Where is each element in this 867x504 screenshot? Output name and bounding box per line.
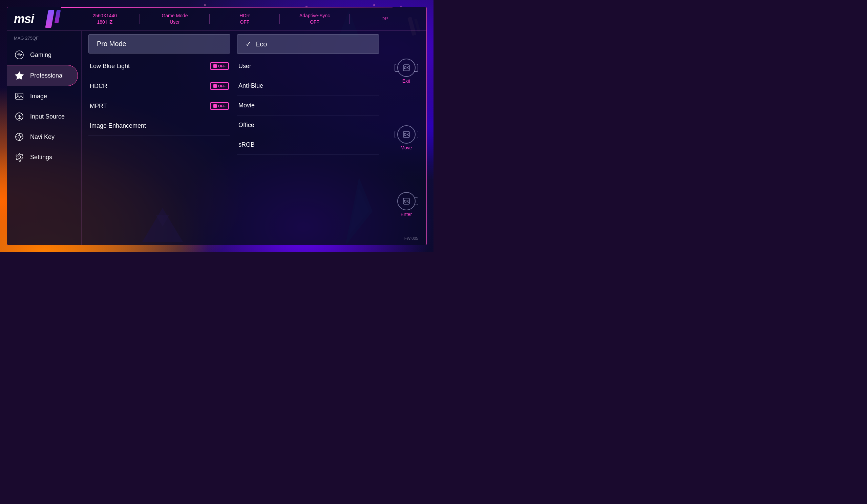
settings-icon <box>14 152 25 163</box>
low-blue-light-toggle[interactable]: OFF <box>210 62 229 70</box>
sidebar-item-gaming[interactable]: Gaming <box>7 45 81 65</box>
image-enhancement-label: Image Enhancement <box>90 122 229 129</box>
sidebar-item-settings[interactable]: Settings <box>7 147 81 167</box>
hdcr-label: HDCR <box>90 83 210 90</box>
left-column: Pro Mode Low Blue Light OFF HDCR OFF MPR… <box>88 34 230 242</box>
eco-checkmark: ✓ <box>246 40 251 48</box>
hdcr-toggle[interactable]: OFF <box>210 82 229 90</box>
sidebar: MAG 275QF Gaming <box>7 31 82 245</box>
pro-mode-button[interactable]: Pro Mode <box>88 34 230 54</box>
svg-point-17 <box>20 55 21 55</box>
navi-icon <box>14 131 25 142</box>
input-info: DP <box>350 15 420 22</box>
exit-control[interactable]: OK Exit <box>397 58 416 84</box>
svg-point-30 <box>18 156 21 159</box>
game-mode-info: Game Mode User <box>140 12 210 25</box>
msi-logo: msi <box>14 12 34 26</box>
image-icon <box>14 91 25 101</box>
adaptive-sync-info: Adaptive-Sync OFF <box>280 12 350 25</box>
content-area: MAG 275QF Gaming <box>7 31 426 245</box>
sidebar-item-navi-key[interactable]: Navi Key <box>7 127 81 147</box>
main-panel: Pro Mode Low Blue Light OFF HDCR OFF MPR… <box>82 31 386 245</box>
svg-rect-14 <box>17 55 19 55</box>
mprt-label: MPRT <box>90 103 210 110</box>
image-label: Image <box>30 93 47 100</box>
svg-text:OK: OK <box>404 66 409 70</box>
svg-point-25 <box>18 136 21 138</box>
move-control[interactable]: OK Move <box>397 125 416 150</box>
top-bar: msi 2560X1440 180 HZ Game Mode User HDR … <box>7 7 426 31</box>
navi-key-label: Navi Key <box>30 133 54 141</box>
input-source-label: Input Source <box>30 113 65 120</box>
svg-text:OK: OK <box>404 133 409 137</box>
low-blue-light-label: Low Blue Light <box>90 63 210 70</box>
exit-label: Exit <box>402 78 410 84</box>
sidebar-item-professional[interactable]: Professional <box>7 65 78 86</box>
sidebar-item-input-source[interactable]: Input Source <box>7 106 81 127</box>
monitor-label: MAG 275QF <box>7 34 81 45</box>
hdcr-row[interactable]: HDCR OFF <box>88 76 230 96</box>
option-office[interactable]: Office <box>237 116 379 135</box>
mprt-toggle[interactable]: OFF <box>210 102 229 110</box>
option-srgb[interactable]: sRGB <box>237 135 379 155</box>
right-column: ✓ Eco User Anti-Blue Movie Office sRGB <box>237 34 379 242</box>
enter-control[interactable]: OK Enter <box>397 192 416 217</box>
enter-button-icon: OK <box>397 192 416 210</box>
osd-main-container: msi 2560X1440 180 HZ Game Mode User HDR … <box>7 7 427 245</box>
option-anti-blue[interactable]: Anti-Blue <box>237 76 379 96</box>
hdr-info: HDR OFF <box>210 12 280 25</box>
enter-label: Enter <box>401 212 412 217</box>
svg-marker-18 <box>15 72 23 79</box>
svg-point-11 <box>15 51 23 59</box>
resolution-info: 2560X1440 180 HZ <box>70 12 140 25</box>
professional-label: Professional <box>30 72 64 79</box>
mprt-row[interactable]: MPRT OFF <box>88 96 230 116</box>
move-label: Move <box>400 145 412 150</box>
gamepad-icon <box>14 50 25 60</box>
svg-point-20 <box>17 95 18 96</box>
svg-rect-13 <box>18 56 20 56</box>
move-button-icon: OK <box>397 125 416 143</box>
settings-label: Settings <box>30 154 52 161</box>
firmware-version: FW.005 <box>404 236 418 241</box>
svg-point-7 <box>373 4 375 6</box>
svg-rect-12 <box>18 54 20 54</box>
option-movie[interactable]: Movie <box>237 96 379 116</box>
option-user[interactable]: User <box>237 56 379 76</box>
image-enhancement-row[interactable]: Image Enhancement <box>88 116 230 136</box>
header-info: 2560X1440 180 HZ Game Mode User HDR OFF … <box>70 12 420 25</box>
svg-rect-19 <box>15 93 23 99</box>
svg-point-5 <box>204 4 206 6</box>
sidebar-item-image[interactable]: Image <box>7 86 81 106</box>
right-controls: OK Exit OK Move <box>386 31 426 245</box>
input-icon <box>14 111 25 122</box>
gaming-label: Gaming <box>30 52 52 58</box>
eco-label: Eco <box>255 40 267 48</box>
svg-point-16 <box>21 54 22 55</box>
low-blue-light-row[interactable]: Low Blue Light OFF <box>88 56 230 76</box>
svg-text:OK: OK <box>404 200 409 203</box>
star-icon <box>14 70 25 81</box>
exit-button-icon: OK <box>397 58 416 77</box>
eco-button[interactable]: ✓ Eco <box>237 34 379 54</box>
